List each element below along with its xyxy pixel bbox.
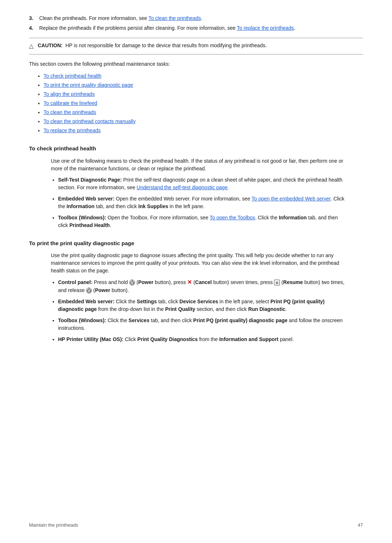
cancel-icon: ✕ bbox=[187, 279, 192, 285]
item-3-text: Clean the printheads. For more informati… bbox=[39, 15, 203, 22]
pq-control-panel-label: Control panel: bbox=[58, 279, 93, 285]
check-health-heading: To check printhead health bbox=[29, 145, 363, 153]
task-link-item-4: To calibrate the linefeed bbox=[44, 100, 363, 107]
print-quality-section-label: Print Quality bbox=[165, 306, 195, 312]
clean-printheads-link[interactable]: To clean the printheads bbox=[148, 15, 201, 21]
settings-tab-label: Settings bbox=[137, 299, 157, 304]
open-toolbox-link[interactable]: To open the Toolbox bbox=[210, 215, 255, 220]
task-links-list: To check printhead health To print the p… bbox=[29, 72, 363, 134]
task-link-calibrate[interactable]: To calibrate the linefeed bbox=[44, 100, 97, 106]
item-number-3: 3. bbox=[29, 15, 39, 22]
method-toolbox-label: Toolbox (Windows): bbox=[58, 215, 106, 220]
task-link-replace[interactable]: To replace the printheads bbox=[44, 127, 101, 133]
task-link-item-5: To clean the printheads bbox=[44, 109, 363, 116]
method-web-server: Embedded Web server: Open the embedded W… bbox=[58, 195, 348, 210]
run-diagnostic-label: Run Diagnostic bbox=[248, 306, 286, 312]
resume-button-label: Resume bbox=[283, 279, 303, 285]
method-self-test: Self-Test Diagnostic Page: Print the sel… bbox=[58, 176, 348, 191]
caution-text: CAUTION: HP is not responsible for damag… bbox=[38, 42, 267, 50]
task-link-item-6: To clean the printhead contacts manually bbox=[44, 118, 363, 125]
task-link-item-2: To print the print quality diagnostic pa… bbox=[44, 81, 363, 89]
pq-method-web-server: Embedded Web server: Click the Settings … bbox=[58, 298, 348, 313]
print-quality-heading: To print the print quality diagnostic pa… bbox=[29, 239, 363, 248]
services-tab-label: Services bbox=[128, 317, 150, 323]
print-quality-intro: Use the print quality diagnostic page to… bbox=[51, 252, 348, 275]
pq-method-toolbox: Toolbox (Windows): Click the Services ta… bbox=[58, 317, 348, 332]
pq-mac-label: HP Printer Utility (Mac OS): bbox=[58, 336, 123, 342]
task-link-clean[interactable]: To clean the printheads bbox=[44, 109, 96, 115]
printhead-health-label: Printhead Health bbox=[69, 222, 110, 228]
resume-icon: ⊞ bbox=[274, 280, 280, 285]
power-button-label-2: Power bbox=[95, 287, 110, 293]
self-test-link[interactable]: Understand the self-test diagnostic page bbox=[136, 185, 228, 190]
pq-web-server-label: Embedded Web server: bbox=[58, 299, 114, 304]
task-link-item-1: To check printhead health bbox=[44, 72, 363, 80]
method-web-server-label: Embedded Web server: bbox=[58, 196, 114, 202]
replace-printheads-link[interactable]: To replace the printheads bbox=[237, 25, 294, 31]
caution-triangle-icon: △ bbox=[29, 42, 33, 50]
section-intro-text: This section covers the following printh… bbox=[29, 60, 363, 68]
task-link-item-3: To align the printheads bbox=[44, 90, 363, 98]
task-link-check-health[interactable]: To check printhead health bbox=[44, 73, 102, 79]
footer-section-name: Maintain the printheads bbox=[29, 522, 78, 529]
footer-page-number: 47 bbox=[358, 522, 363, 529]
caution-box: △ CAUTION: HP is not responsible for dam… bbox=[29, 38, 363, 54]
item-number-4: 4. bbox=[29, 24, 39, 32]
check-health-methods: Self-Test Diagnostic Page: Print the sel… bbox=[51, 176, 348, 229]
print-quality-methods: Control panel: Press and hold ⏻ (Power b… bbox=[51, 278, 348, 343]
info-tab-label: Information bbox=[66, 203, 94, 209]
numbered-item-3: 3. Clean the printheads. For more inform… bbox=[29, 15, 363, 22]
ink-supplies-label: Ink Supplies bbox=[138, 203, 168, 209]
power-icon-2: ⏻ bbox=[86, 288, 92, 293]
numbered-list: 3. Clean the printheads. For more inform… bbox=[29, 15, 363, 32]
page-footer: Maintain the printheads 47 bbox=[0, 522, 392, 529]
toolbox-info-tab-label: Information bbox=[279, 215, 307, 220]
device-services-label: Device Services bbox=[179, 299, 218, 304]
info-support-panel-label: Information and Support bbox=[219, 336, 278, 342]
task-link-item-7: To replace the printheads bbox=[44, 127, 363, 134]
check-health-intro: Use one of the following means to check … bbox=[51, 157, 348, 173]
method-self-test-label: Self-Test Diagnostic Page: bbox=[58, 177, 122, 183]
method-toolbox: Toolbox (Windows): Open the Toolbox. For… bbox=[58, 214, 348, 229]
open-web-server-link[interactable]: To open the embedded Web server bbox=[252, 196, 331, 202]
pq-method-control-panel: Control panel: Press and hold ⏻ (Power b… bbox=[58, 278, 348, 294]
pq-toolbox-label: Toolbox (Windows): bbox=[58, 317, 106, 323]
print-quality-content: Use the print quality diagnostic page to… bbox=[29, 252, 363, 343]
caution-label: CAUTION: bbox=[38, 42, 62, 48]
check-health-section: To check printhead health Use one of the… bbox=[29, 145, 363, 229]
power-icon: ⏻ bbox=[129, 280, 135, 285]
print-quality-section: To print the print quality diagnostic pa… bbox=[29, 239, 363, 343]
print-pq-toolbox-label: Print PQ (print quality) diagnostic page bbox=[193, 317, 287, 323]
task-link-clean-contacts[interactable]: To clean the printhead contacts manually bbox=[44, 118, 136, 124]
task-link-align[interactable]: To align the printheads bbox=[44, 91, 95, 97]
check-health-content: Use one of the following means to check … bbox=[29, 157, 363, 229]
task-link-print-quality[interactable]: To print the print quality diagnostic pa… bbox=[44, 82, 133, 88]
print-quality-diagnostics-label: Print Quality Diagnostics bbox=[137, 336, 197, 342]
power-button-label: Power bbox=[138, 279, 154, 285]
pq-method-mac: HP Printer Utility (Mac OS): Click Print… bbox=[58, 336, 348, 343]
item-4-text: Replace the printheads if the problems p… bbox=[39, 24, 295, 32]
cancel-button-label: Cancel bbox=[195, 279, 212, 285]
numbered-item-4: 4. Replace the printheads if the problem… bbox=[29, 24, 363, 32]
